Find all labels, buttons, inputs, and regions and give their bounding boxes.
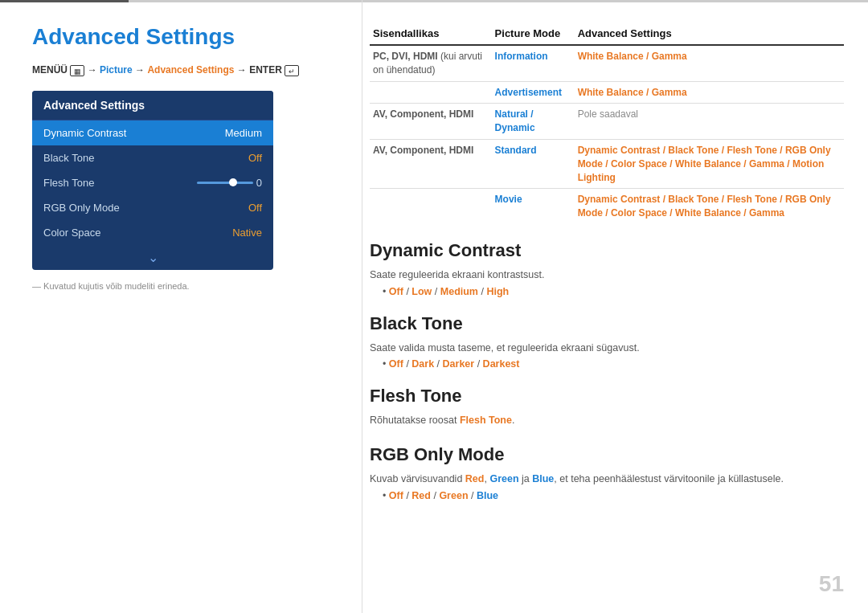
section-title-black-tone: Black Tone bbox=[370, 313, 844, 334]
vertical-divider bbox=[362, 0, 362, 613]
option-blue-inline: Blue bbox=[532, 473, 554, 484]
table-header-source: Sisendallikas bbox=[370, 24, 492, 45]
rgb-only-mode-label: RGB Only Mode bbox=[43, 202, 120, 214]
menu-path: MENÜÜ ▦ → Picture → Advanced Settings → … bbox=[32, 64, 338, 76]
right-panel: Sisendallikas Picture Mode Advanced Sett… bbox=[370, 24, 844, 517]
info-table: Sisendallikas Picture Mode Advanced Sett… bbox=[370, 24, 844, 224]
section-flesh-tone: Flesh Tone Rõhutatakse roosat Flesh Tone… bbox=[370, 386, 844, 428]
page-number: 51 bbox=[819, 571, 844, 597]
flesh-tone-value: 0 bbox=[256, 177, 262, 189]
table-row: PC, DVI, HDMI (kui arvuti on ühendatud) … bbox=[370, 45, 844, 81]
table-cell-settings: White Balance / Gamma bbox=[575, 45, 844, 81]
settings-item-flesh-tone[interactable]: Flesh Tone 0 bbox=[32, 170, 273, 195]
option-red: Red bbox=[411, 490, 431, 501]
flesh-tone-link: Flesh Tone bbox=[460, 415, 512, 426]
menu-path-arrow3: → bbox=[237, 64, 249, 76]
option-red-inline: Red bbox=[465, 473, 485, 484]
menu-path-advanced: Advanced Settings bbox=[147, 64, 234, 76]
section-rgb-only-mode: RGB Only Mode Kuvab värvisuvandid Red, G… bbox=[370, 444, 844, 501]
settings-box-chevron[interactable]: ⌄ bbox=[32, 245, 273, 270]
option-dark: Dark bbox=[411, 358, 434, 370]
bullet-list-dynamic-contrast: Off / Low / Medium / High bbox=[370, 286, 844, 297]
settings-item-black-tone[interactable]: Black Tone Off bbox=[32, 145, 273, 170]
menu-path-enter: ENTER ↵ bbox=[249, 64, 299, 76]
table-cell-settings: White Balance / Gamma bbox=[575, 81, 844, 104]
black-tone-label: Black Tone bbox=[43, 152, 94, 164]
settings-item-rgb-only-mode[interactable]: RGB Only Mode Off bbox=[32, 195, 273, 220]
table-cell-settings: Pole saadaval bbox=[575, 104, 844, 140]
left-panel: Advanced Settings MENÜÜ ▦ → Picture → Ad… bbox=[32, 24, 338, 291]
table-cell-mode: Advertisement bbox=[492, 81, 575, 104]
section-dynamic-contrast: Dynamic Contrast Saate reguleerida ekraa… bbox=[370, 240, 844, 297]
table-cell-source: PC, DVI, HDMI (kui arvuti on ühendatud) bbox=[370, 45, 492, 81]
dynamic-contrast-value: Medium bbox=[225, 127, 262, 139]
top-border-accent bbox=[0, 0, 129, 2]
table-cell-mode: Standard bbox=[492, 139, 575, 188]
option-green-inline: Green bbox=[489, 473, 518, 484]
menu-path-picture: Picture bbox=[100, 64, 133, 76]
dynamic-contrast-label: Dynamic Contrast bbox=[43, 127, 126, 139]
bullet-item: Off / Dark / Darker / Darkest bbox=[383, 358, 844, 370]
page-title: Advanced Settings bbox=[32, 24, 338, 50]
option-off: Off bbox=[389, 490, 403, 501]
color-space-value: Native bbox=[232, 227, 262, 239]
section-desc-rgb-only-mode: Kuvab värvisuvandid Red, Green ja Blue, … bbox=[370, 472, 844, 487]
table-cell-source bbox=[370, 189, 492, 224]
section-title-dynamic-contrast: Dynamic Contrast bbox=[370, 240, 844, 261]
section-title-flesh-tone: Flesh Tone bbox=[370, 386, 844, 407]
section-desc-black-tone: Saate valida musta taseme, et reguleerid… bbox=[370, 341, 844, 356]
flesh-tone-label: Flesh Tone bbox=[43, 177, 94, 189]
menu-path-arrow2: → bbox=[135, 64, 147, 76]
bullet-list-rgb-only-mode: Off / Red / Green / Blue bbox=[370, 490, 844, 501]
option-green: Green bbox=[439, 490, 468, 501]
color-space-label: Color Space bbox=[43, 227, 101, 239]
menu-path-menuu: MENÜÜ ▦ bbox=[32, 64, 84, 76]
option-off: Off bbox=[389, 286, 403, 297]
table-row: Movie Dynamic Contrast / Black Tone / Fl… bbox=[370, 189, 844, 224]
top-border-line bbox=[0, 0, 868, 2]
table-cell-source: AV, Component, HDMI bbox=[370, 104, 492, 140]
rgb-only-mode-value: Off bbox=[248, 202, 262, 214]
option-off: Off bbox=[389, 358, 403, 370]
section-desc-dynamic-contrast: Saate reguleerida ekraani kontrastsust. bbox=[370, 268, 844, 283]
table-cell-mode: Movie bbox=[492, 189, 575, 224]
table-cell-source bbox=[370, 81, 492, 104]
table-cell-settings: Dynamic Contrast / Black Tone / Flesh To… bbox=[575, 139, 844, 188]
settings-box: Advanced Settings Dynamic Contrast Mediu… bbox=[32, 91, 273, 270]
option-darker: Darker bbox=[443, 358, 475, 370]
table-header-mode: Picture Mode bbox=[492, 24, 575, 45]
table-row: AV, Component, HDMI Standard Dynamic Con… bbox=[370, 139, 844, 188]
settings-box-title: Advanced Settings bbox=[32, 91, 273, 121]
option-medium: Medium bbox=[440, 286, 478, 297]
settings-item-dynamic-contrast[interactable]: Dynamic Contrast Medium bbox=[32, 121, 273, 145]
table-header-settings: Advanced Settings bbox=[575, 24, 844, 45]
option-blue: Blue bbox=[477, 490, 498, 501]
bullet-list-black-tone: Off / Dark / Darker / Darkest bbox=[370, 358, 844, 370]
flesh-tone-slider-track: 0 bbox=[197, 177, 262, 189]
flesh-tone-slider-thumb bbox=[229, 178, 237, 186]
bullet-item: Off / Low / Medium / High bbox=[383, 286, 844, 297]
table-row: Advertisement White Balance / Gamma bbox=[370, 81, 844, 104]
table-cell-mode: Information bbox=[492, 45, 575, 81]
menu-path-arrow1: → bbox=[88, 64, 100, 76]
section-black-tone: Black Tone Saate valida musta taseme, et… bbox=[370, 313, 844, 370]
bullet-item: Off / Red / Green / Blue bbox=[383, 490, 844, 501]
footnote: ― Kuvatud kujutis võib mudeliti erineda. bbox=[32, 281, 338, 291]
flesh-tone-slider-line bbox=[197, 182, 253, 184]
table-row: AV, Component, HDMI Natural / Dynamic Po… bbox=[370, 104, 844, 140]
section-title-rgb-only-mode: RGB Only Mode bbox=[370, 444, 844, 465]
table-cell-settings: Dynamic Contrast / Black Tone / Flesh To… bbox=[575, 189, 844, 224]
option-darkest: Darkest bbox=[483, 358, 520, 370]
table-cell-source: AV, Component, HDMI bbox=[370, 139, 492, 188]
black-tone-value: Off bbox=[248, 152, 262, 164]
table-cell-mode: Natural / Dynamic bbox=[492, 104, 575, 140]
section-desc-flesh-tone: Rõhutatakse roosat Flesh Tone. bbox=[370, 413, 844, 428]
option-low: Low bbox=[411, 286, 432, 297]
settings-item-color-space[interactable]: Color Space Native bbox=[32, 220, 273, 245]
chevron-down-icon: ⌄ bbox=[148, 250, 158, 265]
option-high: High bbox=[486, 286, 509, 297]
